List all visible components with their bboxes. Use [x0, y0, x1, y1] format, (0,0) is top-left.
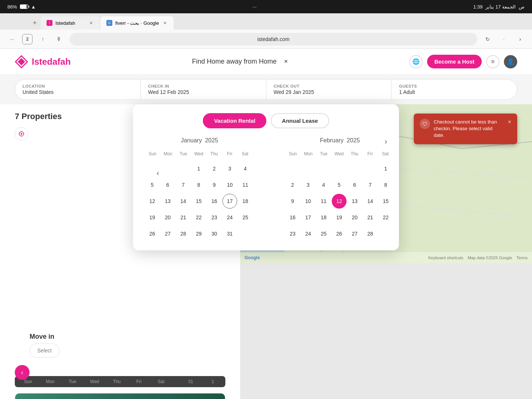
- more-options-button[interactable]: ···: [6, 33, 18, 45]
- forward-button[interactable]: ›: [514, 33, 526, 45]
- jan-day-11[interactable]: 11: [238, 177, 253, 192]
- feb-day-1[interactable]: 1: [378, 161, 393, 176]
- feb-day-10[interactable]: 10: [301, 194, 316, 209]
- feb-day-22[interactable]: 22: [378, 210, 393, 225]
- am-pm: ص: [519, 4, 525, 10]
- feb-day-3[interactable]: 3: [301, 177, 316, 192]
- jan-day-19[interactable]: 19: [145, 210, 160, 225]
- jan-day-12[interactable]: 12: [145, 194, 160, 209]
- hamburger-menu-button[interactable]: ≡: [486, 55, 499, 68]
- jan-day-15[interactable]: 15: [191, 194, 206, 209]
- error-message: Checkout cannot be less than checkin. Pl…: [434, 119, 504, 139]
- jan-day-21[interactable]: 21: [176, 210, 191, 225]
- feb-day-21[interactable]: 21: [363, 210, 378, 225]
- jan-day-4[interactable]: 4: [238, 161, 253, 176]
- feb-day-5[interactable]: 5: [332, 177, 347, 192]
- feb-day-12[interactable]: 12: [332, 194, 347, 209]
- feb-day-4[interactable]: 4: [316, 177, 331, 192]
- jan-day-28[interactable]: 28: [176, 226, 191, 241]
- back-button[interactable]: ‹: [498, 33, 510, 45]
- address-bar[interactable]: istedafah.com: [69, 33, 477, 45]
- feb-day-18[interactable]: 18: [316, 210, 331, 225]
- location-field[interactable]: Location United States: [15, 80, 141, 99]
- user-avatar-button[interactable]: 👤: [504, 55, 517, 68]
- jan-day-27[interactable]: 27: [160, 226, 175, 241]
- feb-day-28[interactable]: 28: [363, 226, 378, 241]
- jan-day-14[interactable]: 14: [176, 194, 191, 209]
- jan-day-24[interactable]: 24: [222, 210, 237, 225]
- checkout-field[interactable]: Check Out Wed 29 Jan 2025: [266, 80, 392, 99]
- keyboard-shortcuts-link[interactable]: Keyboard shortcuts: [428, 256, 463, 260]
- status-left: 86% ▲: [7, 4, 36, 10]
- feb-day-24[interactable]: 24: [301, 226, 316, 241]
- tab-close-1[interactable]: ✕: [88, 20, 94, 26]
- feb-day-19[interactable]: 19: [332, 210, 347, 225]
- location-button[interactable]: [15, 127, 28, 141]
- feb-day-6[interactable]: 6: [347, 177, 362, 192]
- tab-close-2[interactable]: ✕: [162, 20, 168, 26]
- mic-button[interactable]: 🎙: [53, 33, 65, 45]
- jan-day-30[interactable]: 30: [207, 226, 222, 241]
- checkin-field[interactable]: Check In Wed 12 Feb 2025: [141, 80, 266, 99]
- calendar-container: ‹ › January 2025 Sun Mon Tue Wed: [145, 137, 387, 241]
- jan-day-31[interactable]: 31: [222, 226, 237, 241]
- jan-day-2[interactable]: 2: [207, 161, 222, 176]
- feb-day-27[interactable]: 27: [347, 226, 362, 241]
- share-button[interactable]: ↑: [37, 33, 49, 45]
- reload-button[interactable]: ↻: [482, 33, 494, 45]
- error-close-button[interactable]: ×: [508, 119, 511, 125]
- annual-lease-tab[interactable]: Annual Lease: [271, 113, 329, 128]
- jan-day-3[interactable]: 3: [222, 161, 237, 176]
- tab-item-2[interactable]: G fiverr - بحث · Google ✕: [100, 16, 174, 30]
- jan-day-6[interactable]: 6: [160, 177, 175, 192]
- back-navigation-button[interactable]: ‹: [15, 365, 30, 380]
- empty-day: [363, 161, 378, 176]
- jan-day-25[interactable]: 25: [238, 210, 253, 225]
- jan-day-5[interactable]: 5: [145, 177, 160, 192]
- feb-day-8[interactable]: 8: [378, 177, 393, 192]
- close-search-button[interactable]: ×: [284, 58, 288, 65]
- feb-day-23[interactable]: 23: [285, 226, 300, 241]
- tab-item-1[interactable]: I Istedafah ✕: [41, 16, 100, 30]
- jan-day-22[interactable]: 22: [191, 210, 206, 225]
- new-tab-button[interactable]: +: [30, 18, 40, 28]
- feb-day-20[interactable]: 20: [347, 210, 362, 225]
- feb-day-16[interactable]: 16: [285, 210, 300, 225]
- jan-day-8[interactable]: 8: [191, 177, 206, 192]
- logo[interactable]: Istedafah: [15, 55, 71, 68]
- jan-day-16[interactable]: 16: [207, 194, 222, 209]
- jan-day-13[interactable]: 13: [160, 194, 175, 209]
- feb-day-26[interactable]: 26: [332, 226, 347, 241]
- header-right: 🌐 Become a Host ≡ 👤: [409, 55, 517, 68]
- calendar-prev-button[interactable]: ‹: [157, 169, 159, 177]
- jan-day-10[interactable]: 10: [222, 177, 237, 192]
- jan-day-1[interactable]: 1: [191, 161, 206, 176]
- feb-day-17[interactable]: 17: [301, 210, 316, 225]
- calendar-next-button[interactable]: ›: [385, 137, 387, 146]
- feb-day-11[interactable]: 11: [316, 194, 331, 209]
- jan-day-17[interactable]: 17: [222, 194, 237, 209]
- jan-day-7[interactable]: 7: [176, 177, 191, 192]
- vacation-rental-tab[interactable]: Vacation Rental: [203, 113, 266, 128]
- jan-day-18[interactable]: 18: [238, 194, 253, 209]
- jan-day-20[interactable]: 20: [160, 210, 175, 225]
- globe-button[interactable]: 🌐: [409, 55, 423, 68]
- feb-day-2[interactable]: 2: [285, 177, 300, 192]
- become-host-button[interactable]: Become a Host: [427, 55, 482, 68]
- jan-day-23[interactable]: 23: [207, 210, 222, 225]
- tab-count-button[interactable]: 2: [22, 34, 33, 44]
- feb-day-25[interactable]: 25: [316, 226, 331, 241]
- feb-day-14[interactable]: 14: [363, 194, 378, 209]
- select-date-button[interactable]: Select: [30, 344, 59, 358]
- guests-field[interactable]: Guests 1 Adult: [392, 80, 517, 99]
- feb-day-15[interactable]: 15: [378, 194, 393, 209]
- feb-day-7[interactable]: 7: [363, 177, 378, 192]
- jan-day-26[interactable]: 26: [145, 226, 160, 241]
- feb-day-9[interactable]: 9: [285, 194, 300, 209]
- jan-day-9[interactable]: 9: [207, 177, 222, 192]
- terms-link[interactable]: Terms: [516, 256, 528, 260]
- feb-day-13[interactable]: 13: [347, 194, 362, 209]
- more-dots: ···: [253, 4, 257, 10]
- battery-percent: 86%: [7, 4, 17, 10]
- jan-day-29[interactable]: 29: [191, 226, 206, 241]
